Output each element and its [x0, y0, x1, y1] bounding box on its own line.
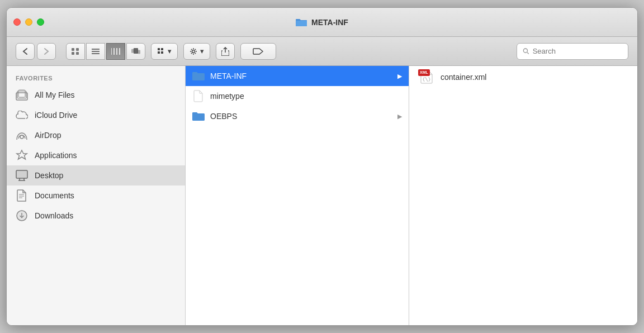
list-view-icon [91, 47, 100, 55]
coverflow-icon [131, 47, 141, 55]
svg-rect-2 [72, 52, 74, 55]
sidebar-item-desktop[interactable]: Desktop [7, 165, 185, 185]
sidebar-item-documents[interactable]: Documents [7, 185, 185, 206]
file-name-meta-inf: META-INF [210, 72, 392, 80]
folder-icon [296, 18, 307, 27]
share-button[interactable] [216, 43, 235, 60]
minimize-button[interactable] [25, 18, 32, 26]
sidebar-label-applications: Applications [35, 151, 77, 160]
action-dropdown-arrow: ▾ [200, 47, 204, 55]
arrange-button[interactable]: ▾ [151, 43, 178, 60]
applications-icon [16, 149, 28, 161]
downloads-icon [16, 210, 28, 222]
share-icon [221, 47, 229, 56]
desktop-icon [16, 169, 28, 182]
sidebar-label-desktop: Desktop [35, 171, 63, 180]
sidebar-item-airdrop[interactable]: AirDrop [7, 125, 185, 145]
arrange-icon [157, 47, 165, 55]
svg-rect-16 [158, 51, 160, 54]
svg-line-37 [425, 77, 428, 82]
main-content: Favorites All My Files iCloud [7, 66, 637, 325]
sidebar-label-downloads: Downloads [35, 211, 73, 220]
svg-rect-12 [131, 49, 134, 53]
file-row-oebps[interactable]: OEBPS ▶ [186, 106, 409, 126]
file-icon-mimetype [192, 90, 205, 102]
folder-blue-icon [192, 70, 205, 82]
svg-point-18 [192, 50, 195, 53]
sidebar: Favorites All My Files iCloud [7, 66, 186, 325]
toolbar: ▾ ▾ [7, 37, 637, 66]
search-box[interactable] [517, 43, 628, 60]
file-row-meta-inf[interactable]: META-INF ▶ [186, 66, 409, 86]
file-browser: META-INF ▶ mimetype [186, 66, 637, 325]
list-view-button[interactable] [86, 43, 105, 60]
svg-line-21 [527, 53, 529, 54]
traffic-lights [13, 18, 44, 26]
maximize-button[interactable] [37, 18, 44, 26]
finder-window: META-INF [6, 7, 638, 326]
column-pane-2: XML container.xml [409, 66, 637, 325]
column-view-icon [111, 47, 120, 55]
arrange-dropdown-arrow: ▾ [168, 47, 172, 55]
file-name-oebps: OEBPS [210, 112, 392, 121]
file-name-container-xml: container.xml [441, 73, 628, 82]
sidebar-item-downloads[interactable]: Downloads [7, 206, 185, 226]
file-row-container-xml[interactable]: XML container.xml [409, 66, 637, 88]
stack-icon [16, 89, 28, 101]
gear-icon [190, 47, 197, 55]
svg-rect-1 [76, 48, 79, 51]
icon-view-icon [71, 47, 80, 55]
svg-rect-17 [161, 51, 163, 54]
search-icon [523, 47, 529, 55]
titlebar: META-INF [7, 8, 637, 37]
icon-view-button[interactable] [66, 43, 85, 60]
close-button[interactable] [13, 18, 21, 26]
tag-icon [253, 47, 264, 55]
airdrop-icon [16, 129, 28, 141]
svg-rect-22 [16, 93, 27, 100]
forward-icon [44, 47, 49, 55]
column-pane-1: META-INF ▶ mimetype [186, 66, 409, 325]
back-icon [22, 47, 28, 55]
svg-rect-3 [76, 52, 79, 55]
cloud-icon [16, 109, 28, 121]
svg-rect-15 [161, 48, 163, 50]
coverflow-view-button[interactable] [126, 43, 145, 60]
sidebar-section-favorites: Favorites [7, 73, 185, 85]
sidebar-label-icloud: iCloud Drive [35, 111, 77, 120]
window-title: META-INF [311, 18, 348, 27]
svg-rect-27 [16, 170, 27, 178]
sidebar-label-all-my-files: All My Files [35, 91, 75, 99]
nav-buttons [16, 43, 56, 60]
column-view-button[interactable] [106, 43, 125, 60]
sidebar-item-all-my-files[interactable]: All My Files [7, 85, 185, 105]
sidebar-label-documents: Documents [35, 191, 74, 200]
tag-button[interactable] [240, 43, 276, 60]
back-button[interactable] [16, 43, 35, 60]
folder-icon-oebps [192, 110, 205, 122]
svg-rect-11 [134, 48, 138, 54]
forward-button[interactable] [37, 43, 56, 60]
svg-point-20 [523, 49, 527, 53]
file-row-mimetype[interactable]: mimetype [186, 86, 409, 106]
sidebar-item-applications[interactable]: Applications [7, 145, 185, 165]
action-button[interactable]: ▾ [183, 43, 210, 60]
chevron-right-icon: ▶ [397, 73, 402, 80]
titlebar-center: META-INF [296, 18, 348, 27]
svg-rect-13 [138, 50, 140, 54]
chevron-right-oebps-icon: ▶ [397, 113, 402, 120]
xml-file-icon: XML [418, 69, 435, 85]
sidebar-label-airdrop: AirDrop [35, 131, 61, 140]
sidebar-item-icloud-drive[interactable]: iCloud Drive [7, 105, 185, 125]
documents-icon [16, 189, 28, 202]
view-buttons [66, 43, 145, 60]
svg-rect-0 [72, 48, 74, 51]
svg-rect-14 [158, 48, 160, 50]
file-name-mimetype: mimetype [210, 92, 402, 101]
search-input[interactable] [533, 47, 622, 55]
